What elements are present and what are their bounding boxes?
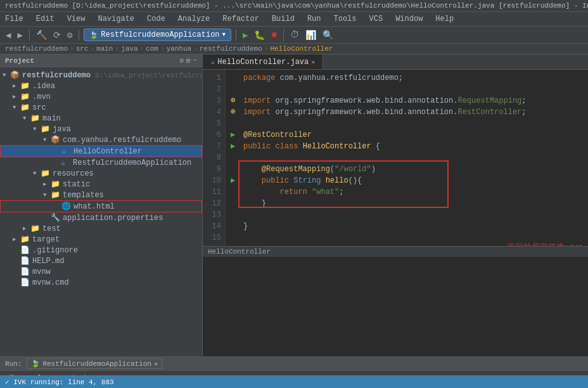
code-line-2 [231, 84, 583, 95]
tree-arrow-mvn[interactable] [13, 93, 20, 100]
code-line-3: ⊕ import org.springframework.web.bind.an… [231, 95, 583, 107]
tree-item-main[interactable]: 📁 main [0, 113, 202, 124]
toolbar-forward-icon[interactable]: ▶ [15, 29, 24, 41]
bc-src[interactable]: src [76, 45, 89, 53]
code-text-7: public class HelloController { [243, 141, 583, 152]
tree-item-helpmd[interactable]: 📄 HELP.md [0, 255, 202, 266]
editor-content[interactable]: 1 2 3 4 5 6 7 8 9 10 11 12 13 14 15 [203, 70, 588, 246]
run-config-dropdown[interactable]: 🍃 RestfulcruddemoApplication ▼ [84, 29, 231, 41]
menu-item-refactor[interactable]: Refactor [220, 13, 262, 25]
run-button[interactable]: ▶ [241, 29, 250, 41]
tree-item-whathtml[interactable]: 🌐 what.html [0, 200, 202, 212]
gutter-4: ⊕ [231, 107, 243, 118]
toolbar-settings-icon[interactable]: ⚙ [65, 29, 74, 41]
tree-arrow-main[interactable] [23, 115, 30, 122]
project-minimize-icon[interactable]: − [193, 56, 197, 65]
run-tab[interactable]: 🍃 RestfulcruddemoApplication ✕ [27, 358, 162, 369]
tree-item-static[interactable]: 📁 static [0, 179, 202, 190]
tree-item-hellocontroller[interactable]: ☕ HelloController [0, 145, 202, 157]
tree-item-idea[interactable]: 📁 .idea [0, 81, 202, 91]
tree-item-root[interactable]: 📦 restfulcruddemo D:\idea_project\restfu… [0, 70, 202, 81]
menu-item-window[interactable]: Window [393, 13, 425, 25]
search-icon[interactable]: 🔍 [321, 29, 335, 41]
menu-item-file[interactable]: File [3, 13, 26, 25]
tree-item-package[interactable]: 📦 com.yanhua.restfulcruddemo [0, 134, 202, 145]
toolbar-reload-icon[interactable]: ⟳ [51, 29, 63, 41]
menu-item-help[interactable]: Help [433, 13, 456, 25]
tree-item-mvn[interactable]: 📁 .mvn [0, 91, 202, 102]
run-bar-label: Run: [5, 360, 22, 368]
menu-item-analyze[interactable]: Analyze [176, 13, 212, 25]
tree-arrow-test[interactable] [23, 225, 30, 232]
code-text-9: @RequestMapping("/world") [243, 164, 583, 175]
tree-item-templates[interactable]: 📁 templates [0, 190, 202, 200]
code-body[interactable]: package com.yanhua.restfulcruddemo; ⊕ im… [226, 70, 588, 246]
tree-label-templates: templates [63, 191, 104, 200]
project-gear-icon[interactable]: ⚙ [179, 56, 184, 65]
run-config-label: RestfulcruddemoApplication [101, 30, 219, 39]
code-line-11: return "what"; [231, 186, 583, 198]
tab-bar: ☕ HelloController.java ✕ [203, 55, 588, 70]
menu-item-build[interactable]: Build [269, 13, 297, 25]
project-layout-icon[interactable]: ⊞ [186, 56, 191, 65]
tree-item-mvnw[interactable]: 📄 mvnw [0, 266, 202, 277]
menu-item-view[interactable]: View [65, 13, 88, 25]
bc-hellocontroller[interactable]: HelloController [270, 45, 333, 53]
tree-item-mvnwcmd[interactable]: 📄 mvnw.cmd [0, 277, 202, 288]
tree-item-target[interactable]: 📁 target [0, 234, 202, 245]
code-text-14: } [243, 221, 583, 232]
tree-item-application[interactable]: ☕ RestfulcruddemoApplication [0, 157, 202, 168]
stop-button[interactable]: ■ [269, 29, 278, 41]
tree-arrow-root[interactable] [3, 72, 10, 79]
gutter-7: ▶ [231, 141, 243, 152]
java-icon-hc: ☕ [61, 146, 72, 156]
menu-item-code[interactable]: Code [144, 13, 168, 25]
menu-item-vcs[interactable]: VCS [367, 13, 386, 25]
tree-arrow-target[interactable] [13, 236, 20, 243]
tab-hellocontroller[interactable]: ☕ HelloController.java ✕ [203, 55, 323, 69]
menu-item-navigate[interactable]: Navigate [95, 13, 137, 25]
run-bar: Run: 🍃 RestfulcruddemoApplication ✕ [0, 357, 588, 371]
debug-button[interactable]: 🐛 [252, 29, 267, 41]
menu-item-edit[interactable]: Edit [34, 13, 57, 25]
coverage-icon[interactable]: 📊 [304, 29, 318, 41]
toolbar-back-icon[interactable]: ◀ [4, 29, 13, 41]
tree-arrow-resources[interactable] [33, 170, 41, 177]
git-icon: 📄 [20, 245, 30, 255]
tree-arrow-src[interactable] [13, 104, 20, 111]
tab-close-icon[interactable]: ✕ [311, 58, 315, 66]
tree-arrow-templates[interactable] [43, 191, 51, 198]
code-text-12: } [243, 198, 583, 209]
folder-icon-mvn: 📁 [20, 92, 30, 101]
bc-com[interactable]: com [146, 45, 158, 53]
tree-item-src[interactable]: 📁 src [0, 102, 202, 113]
tree-item-test[interactable]: 📁 test [0, 223, 202, 234]
tree-item-java[interactable]: 📁 java [0, 124, 202, 134]
tree-arrow-static[interactable] [43, 181, 51, 188]
bc-yanhua[interactable]: yanhua [167, 45, 192, 53]
tree-item-appprops[interactable]: 🔧 application.properties [0, 212, 202, 223]
menu-item-tools[interactable]: Tools [331, 13, 359, 25]
run-tab-close[interactable]: ✕ [154, 360, 158, 368]
tree-item-resources[interactable]: 📁 resources [0, 168, 202, 179]
tree-item-gitignore[interactable]: 📄 .gitignore [0, 245, 202, 255]
toolbar-build-icon[interactable]: 🔨 [34, 29, 49, 41]
tree-arrow-package[interactable] [43, 136, 51, 143]
folder-icon-target: 📁 [20, 235, 30, 244]
tree-arrow-java[interactable] [33, 126, 41, 133]
code-text-10: public String hello(){ [243, 175, 583, 186]
folder-icon-main: 📁 [30, 113, 41, 123]
menu-item-run[interactable]: Run [305, 13, 324, 25]
bc-main[interactable]: main [96, 45, 113, 53]
tree-arrow-idea[interactable] [13, 82, 20, 89]
tab-java-icon: ☕ [210, 57, 215, 67]
tree-label-resources: resources [53, 169, 94, 178]
bc-restfulcruddemo[interactable]: restfulcruddemo [200, 45, 262, 53]
tree-label-app: RestfulcruddemoApplication [73, 158, 191, 167]
profiler-icon[interactable]: ⏱ [288, 29, 301, 41]
bc-java[interactable]: java [121, 45, 137, 53]
tree-label-src: src [32, 103, 46, 112]
tree-label-appprops: application.properties [63, 214, 163, 223]
bc-root[interactable]: restfulcruddemo [5, 45, 68, 53]
project-panel: Project ⚙ ⊞ − 📦 restfulcruddemo D:\idea_… [0, 55, 203, 366]
